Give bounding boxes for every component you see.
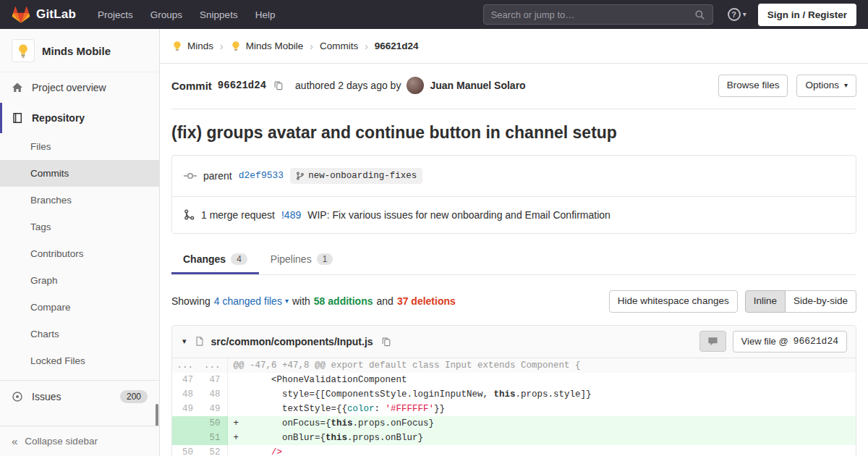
browse-files-button[interactable]: Browse files — [718, 75, 788, 97]
branch-icon — [296, 172, 305, 180]
gitlab-logo[interactable]: GitLab — [12, 6, 76, 24]
author-name[interactable]: Juan Manuel Solaro — [430, 80, 525, 91]
help-menu[interactable]: ? ▾ — [728, 8, 746, 21]
sidebar-item-commits[interactable]: Commits — [0, 160, 159, 187]
diff-file-actions: View file @ 96621d24 — [699, 331, 847, 352]
hide-whitespace-button[interactable]: Hide whitespace changes — [609, 290, 738, 313]
nav-help[interactable]: Help — [247, 5, 284, 25]
breadcrumb-project-label: Minds Mobile — [246, 41, 304, 51]
copy-file-path-button[interactable] — [380, 335, 393, 348]
tab-pipelines[interactable]: Pipelines 1 — [259, 244, 345, 274]
old-line-number[interactable]: 50 — [172, 445, 200, 456]
new-line-number[interactable]: 51 — [200, 431, 227, 445]
diff-code-line: @@ -47,6 +47,8 @@ export default class I… — [227, 358, 856, 373]
sidebar-item-project-overview[interactable]: Project overview — [0, 72, 159, 103]
diff-line-context: 4747 <PhoneValidationComponent — [172, 373, 856, 387]
breadcrumb-current-sha: 96621d24 — [375, 41, 419, 51]
sidebar-item-branches[interactable]: Branches — [0, 187, 159, 214]
home-icon — [12, 82, 23, 93]
sidebar-item-charts[interactable]: Charts — [0, 321, 159, 347]
sign-in-button[interactable]: Sign in / Register — [758, 4, 856, 26]
copy-icon — [381, 337, 391, 347]
code-segment: style={[ComponentsStyle.loginInputNew, — [239, 389, 494, 400]
sidebar-item-issues[interactable]: Issues 200 — [0, 381, 159, 413]
sidebar-nav: Project overview Repository Files Commit… — [0, 72, 159, 413]
sidebar-item-tags[interactable]: Tags — [0, 214, 159, 240]
sidebar-project-link[interactable]: Minds Mobile — [0, 29, 159, 72]
breadcrumb-separator: › — [365, 41, 368, 52]
old-line-number[interactable]: 47 — [172, 373, 200, 387]
group-avatar-icon — [171, 41, 183, 52]
breadcrumb-group[interactable]: Minds — [171, 41, 213, 52]
old-line-number[interactable]: 49 — [172, 402, 200, 416]
diff-code-line: /> — [227, 445, 856, 456]
diff-sign: + — [234, 433, 239, 443]
tanuki-icon — [12, 6, 30, 24]
collapse-sidebar-label: Collapse sidebar — [25, 436, 98, 447]
code-segment: this — [331, 418, 353, 428]
nav-projects[interactable]: Projects — [89, 5, 142, 25]
sidebar-item-files[interactable]: Files — [0, 133, 159, 160]
breadcrumb-project[interactable]: Minds Mobile — [230, 41, 304, 52]
diff-code-line: style={[ComponentsStyle.loginInputNew, t… — [227, 387, 856, 402]
toggle-comments-button[interactable] — [699, 331, 726, 352]
showing-text: Showing — [171, 295, 210, 307]
old-line-number[interactable] — [172, 431, 200, 445]
diff-file-path[interactable]: src/common/components/Input.js — [211, 336, 373, 347]
nav-snippets[interactable]: Snippets — [191, 5, 247, 25]
code-segment: this — [326, 433, 347, 443]
parent-sha-link[interactable]: d2ef9533 — [239, 170, 284, 181]
commit-icon — [184, 172, 197, 180]
nav-groups[interactable]: Groups — [142, 5, 191, 25]
diff-sign: + — [234, 418, 239, 428]
code-segment: this — [494, 389, 516, 400]
breadcrumb-commits[interactable]: Commits — [320, 41, 358, 51]
search-icon[interactable] — [694, 9, 705, 20]
view-file-button[interactable]: View file @ 96621d24 — [733, 331, 847, 352]
collapse-diff-icon[interactable]: ▾ — [181, 335, 188, 347]
side-by-side-view-button[interactable]: Side-by-side — [786, 290, 856, 313]
file-icon — [195, 336, 205, 347]
sidebar-item-label: Issues — [32, 391, 61, 402]
mr-ref-link[interactable]: !489 — [281, 209, 301, 221]
copy-sha-button[interactable] — [272, 79, 285, 92]
project-sidebar: Minds Mobile Project overview Repository — [0, 29, 160, 456]
code-segment: : — [375, 404, 386, 414]
changed-files-dropdown[interactable]: 4 changed files ▾ — [214, 295, 289, 307]
parent-row: parent d2ef9533 new-onboarding-fixes — [172, 156, 856, 196]
sidebar-item-locked-files[interactable]: Locked Files — [0, 347, 159, 374]
merge-request-icon — [184, 209, 195, 220]
diff-line-add: 50+ onFocus={this.props.onFocus} — [172, 416, 856, 431]
diff-file-header: ▾ src/common/components/Input.js — [172, 326, 856, 358]
top-navbar: GitLab Projects Groups Snippets Help ? ▾… — [0, 0, 868, 29]
code-segment: /> — [271, 447, 282, 456]
sidebar-item-compare[interactable]: Compare — [0, 294, 159, 321]
tab-pipelines-label: Pipelines — [271, 253, 312, 265]
diff-view-controls: Hide whitespace changes Inline Side-by-s… — [609, 290, 856, 313]
tab-changes-label: Changes — [183, 253, 226, 265]
sidebar-item-repository[interactable]: Repository — [0, 103, 159, 133]
tab-changes[interactable]: Changes 4 — [171, 244, 259, 274]
old-line-number[interactable]: 48 — [172, 387, 200, 402]
options-button[interactable]: Options ▾ — [796, 75, 856, 97]
new-line-number[interactable]: 50 — [200, 416, 227, 431]
view-mode-group: Inline Side-by-side — [745, 290, 856, 313]
collapse-sidebar-button[interactable]: « Collapse sidebar — [0, 426, 159, 456]
old-line-number[interactable] — [172, 416, 200, 431]
branch-ref-badge[interactable]: new-onboarding-fixes — [290, 168, 422, 184]
old-line-number[interactable]: ... — [172, 358, 200, 373]
sidebar-item-graph[interactable]: Graph — [0, 267, 159, 294]
new-line-number[interactable]: ... — [200, 358, 227, 373]
new-line-number[interactable]: 49 — [200, 402, 227, 416]
sidebar-item-contributors[interactable]: Contributors — [0, 240, 159, 267]
new-line-number[interactable]: 47 — [200, 373, 227, 387]
inline-view-button[interactable]: Inline — [745, 290, 786, 313]
search-box[interactable] — [483, 4, 713, 25]
search-input[interactable] — [491, 9, 689, 20]
tab-pipelines-count: 1 — [317, 253, 333, 265]
new-line-number[interactable]: 48 — [200, 387, 227, 402]
code-segment: onFocus={ — [239, 418, 331, 428]
diff-sign — [234, 389, 239, 400]
new-line-number[interactable]: 52 — [200, 445, 227, 456]
breadcrumb-separator: › — [220, 41, 224, 52]
